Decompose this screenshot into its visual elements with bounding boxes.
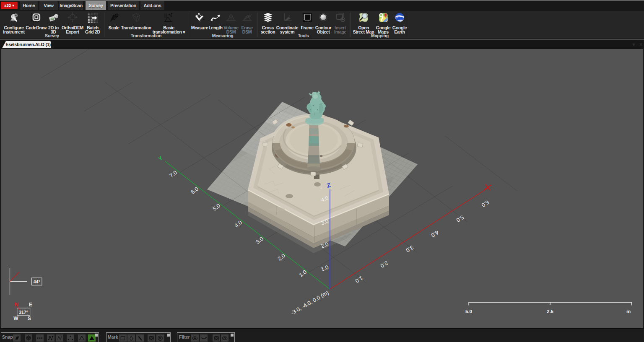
svg-text:+: + bbox=[320, 185, 322, 190]
svg-text:4.0: 4.0 bbox=[430, 229, 440, 238]
svg-text:m: m bbox=[626, 309, 631, 314]
svg-text:t: t bbox=[170, 13, 172, 18]
svg-text:2.5: 2.5 bbox=[547, 309, 554, 314]
svg-text:5.0: 5.0 bbox=[455, 214, 465, 223]
svg-text:1.0: 1.0 bbox=[298, 269, 308, 278]
svg-text:5.0: 5.0 bbox=[465, 309, 472, 314]
svg-text:1.0: 1.0 bbox=[320, 264, 329, 272]
svg-text:N: N bbox=[15, 302, 18, 308]
svg-text:7.0: 7.0 bbox=[168, 169, 178, 179]
svg-text:W: W bbox=[13, 316, 18, 321]
svg-text:44°: 44° bbox=[34, 279, 40, 284]
svg-text:1.0: 1.0 bbox=[354, 275, 364, 284]
svg-text:6.0: 6.0 bbox=[480, 199, 491, 208]
svg-text:Y: Y bbox=[157, 155, 164, 162]
svg-text:3.0: 3.0 bbox=[405, 244, 415, 254]
svg-text:2.0: 2.0 bbox=[379, 260, 390, 269]
svg-text:E: E bbox=[29, 302, 32, 308]
svg-text:S: S bbox=[28, 316, 31, 321]
svg-text:3.0: 3.0 bbox=[254, 236, 265, 245]
svg-text:-3.0, -4.0, 0.0 (m): -3.0, -4.0, 0.0 (m) bbox=[290, 289, 330, 316]
svg-text:2.0: 2.0 bbox=[276, 252, 286, 262]
svg-text:317°: 317° bbox=[19, 310, 28, 315]
